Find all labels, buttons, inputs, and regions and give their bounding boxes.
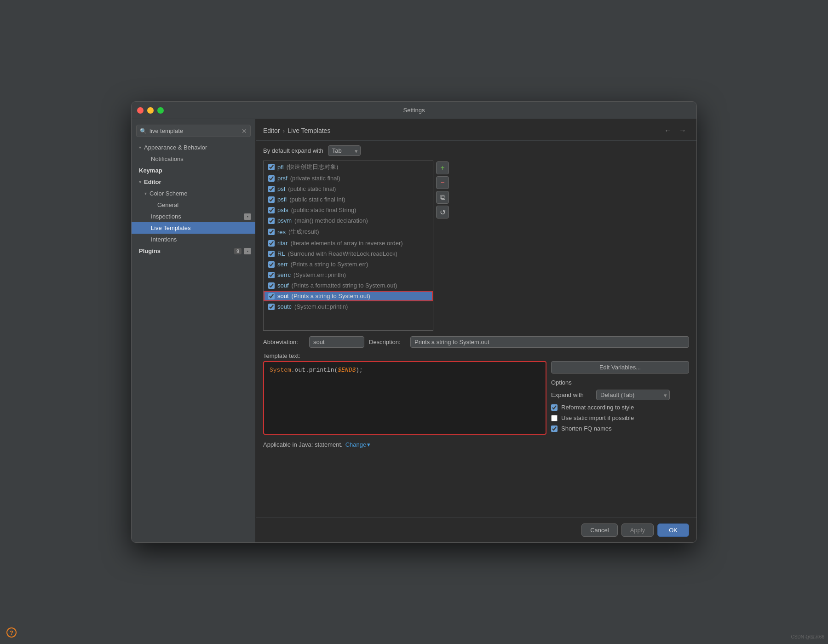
template-row-sout[interactable]: sout (Prints a string to System.out)	[264, 291, 433, 301]
code-text: .out.println(	[291, 367, 338, 374]
change-link[interactable]: Change ▾	[345, 441, 371, 448]
template-row-serr[interactable]: serr (Prints a string to System.err)	[264, 259, 433, 270]
expand-dropdown[interactable]: Tab Enter Space	[328, 145, 361, 156]
template-checkbox-pfl[interactable]	[268, 164, 275, 170]
template-desc: (Prints a formatted string to System.out…	[292, 282, 397, 289]
sidebar-item-inspections[interactable]: Inspections ▪	[132, 211, 255, 222]
template-desc: (public static final String)	[291, 207, 356, 213]
sidebar-item-keymap[interactable]: Keymap	[132, 165, 255, 176]
template-checkbox-psfi[interactable]	[268, 196, 275, 203]
template-checkbox-prsf[interactable]	[268, 175, 275, 182]
template-desc: (public static final int)	[289, 196, 345, 203]
reformat-checkbox[interactable]	[551, 404, 558, 411]
sidebar-item-editor[interactable]: Editor	[132, 176, 255, 188]
template-name: soutc	[277, 303, 292, 310]
description-input[interactable]	[410, 336, 689, 348]
template-row-prsf[interactable]: prsf (private static final)	[264, 173, 433, 184]
restore-template-button[interactable]: ↺	[436, 206, 449, 218]
search-icon: 🔍	[140, 128, 147, 134]
template-code-editor[interactable]: System.out.println($END$);	[263, 361, 546, 435]
sidebar-item-label: Plugins	[139, 247, 230, 254]
main-scroll-area: pfl (快速创建日志对象) prsf (private static fina…	[256, 161, 696, 518]
apply-button[interactable]: Apply	[621, 523, 654, 537]
template-row-psfs[interactable]: psfs (public static final String)	[264, 205, 433, 215]
sidebar-item-label: General	[157, 201, 251, 208]
sidebar-item-label: Editor	[144, 178, 251, 185]
sidebar-item-live-templates[interactable]: Live Templates	[132, 222, 255, 234]
code-text: );	[356, 367, 363, 374]
template-row-res[interactable]: res (生成result)	[264, 226, 433, 238]
template-name: sout	[277, 293, 289, 299]
ok-button[interactable]: OK	[657, 523, 689, 537]
template-row-pfl[interactable]: pfl (快速创建日志对象)	[264, 161, 433, 173]
abbreviation-description-row: Abbreviation: Description:	[263, 336, 689, 348]
expand-with-row: Expand with Default (Tab) Tab Enter Spac…	[551, 390, 689, 400]
template-checkbox-souf[interactable]	[268, 282, 275, 289]
reformat-label: Reformat according to style	[561, 404, 634, 411]
template-row-psvm[interactable]: psvm (main() method declaration)	[264, 215, 433, 226]
expand-with-dropdown[interactable]: Default (Tab) Tab Enter Space	[596, 390, 670, 400]
add-template-button[interactable]: +	[436, 161, 449, 174]
sidebar-item-appearance-behavior[interactable]: Appearance & Behavior	[132, 142, 255, 153]
template-name: psf	[277, 185, 285, 192]
template-checkbox-ritar[interactable]	[268, 240, 275, 247]
sidebar-item-notifications[interactable]: Notifications	[132, 153, 255, 165]
template-desc: (Prints a string to System.err)	[290, 261, 368, 268]
sidebar-item-plugins[interactable]: Plugins 9 ▪	[132, 245, 255, 257]
shorten-fq-checkbox[interactable]	[551, 426, 558, 432]
back-button[interactable]: ←	[661, 126, 674, 136]
template-checkbox-serr[interactable]	[268, 261, 275, 268]
code-text: System	[270, 367, 291, 374]
template-desc: (main() method declaration)	[294, 217, 368, 224]
forward-button[interactable]: →	[676, 126, 689, 136]
sidebar-item-label: Appearance & Behavior	[144, 144, 251, 151]
copy-template-button[interactable]: ⧉	[436, 191, 449, 204]
sidebar-item-label: Inspections	[151, 213, 242, 220]
maximize-button[interactable]	[157, 107, 164, 114]
template-checkbox-soutc[interactable]	[268, 304, 275, 310]
template-row-soutc[interactable]: soutc (System.out::println)	[264, 301, 433, 312]
templates-list: pfl (快速创建日志对象) prsf (private static fina…	[264, 161, 433, 312]
close-button[interactable]	[137, 107, 144, 114]
options-panel: Edit Variables... Options Expand with De…	[551, 361, 689, 435]
template-row-psf[interactable]: psf (public static final)	[264, 184, 433, 194]
breadcrumb-editor: Editor	[263, 127, 280, 134]
template-row-ritar[interactable]: ritar (Iterate elements of array in reve…	[264, 238, 433, 248]
window-controls	[137, 107, 164, 114]
sidebar-item-intentions[interactable]: Intentions	[132, 234, 255, 245]
static-import-checkbox[interactable]	[551, 415, 558, 421]
edit-variables-button[interactable]: Edit Variables...	[551, 361, 689, 374]
template-desc: (Surround with ReadWriteLock.readLock)	[288, 250, 397, 257]
shorten-fq-row: Shorten FQ names	[551, 425, 689, 432]
template-checkbox-serrc[interactable]	[268, 272, 275, 278]
template-name: serrc	[277, 271, 291, 278]
template-name: psfs	[277, 207, 288, 213]
templates-list-container: pfl (快速创建日志对象) prsf (private static fina…	[263, 161, 689, 331]
applicable-text: Applicable in Java: statement.	[263, 441, 343, 448]
template-checkbox-psvm[interactable]	[268, 218, 275, 224]
template-checkbox-psf[interactable]	[268, 186, 275, 192]
remove-template-button[interactable]: −	[436, 176, 449, 189]
template-desc: (Prints a string to System.out)	[292, 293, 370, 299]
template-checkbox-sout[interactable]	[268, 293, 275, 299]
search-input[interactable]: live template	[136, 125, 251, 137]
abbreviation-input[interactable]	[309, 336, 364, 348]
template-row-serrc[interactable]: serrc (System.err::println)	[264, 270, 433, 280]
minimize-button[interactable]	[147, 107, 154, 114]
main-panel: Editor › Live Templates ← → By default e…	[256, 119, 696, 542]
template-name: souf	[277, 282, 289, 289]
sidebar-item-general[interactable]: General	[132, 199, 255, 211]
template-text-label: Template text:	[263, 352, 689, 359]
search-clear-icon[interactable]: ✕	[242, 127, 247, 135]
template-checkbox-psfs[interactable]	[268, 207, 275, 213]
expand-icon	[139, 179, 141, 184]
sidebar-item-color-scheme[interactable]: Color Scheme	[132, 188, 255, 199]
change-chevron-icon: ▾	[367, 441, 370, 448]
template-row-souf[interactable]: souf (Prints a formatted string to Syste…	[264, 280, 433, 291]
template-row-RL[interactable]: RL (Surround with ReadWriteLock.readLock…	[264, 248, 433, 259]
expand-with-dropdown-wrap: Default (Tab) Tab Enter Space ▾	[596, 390, 670, 400]
template-row-psfi[interactable]: psfi (public static final int)	[264, 194, 433, 205]
cancel-button[interactable]: Cancel	[581, 523, 617, 537]
template-checkbox-RL[interactable]	[268, 251, 275, 257]
template-checkbox-res[interactable]	[268, 229, 275, 235]
